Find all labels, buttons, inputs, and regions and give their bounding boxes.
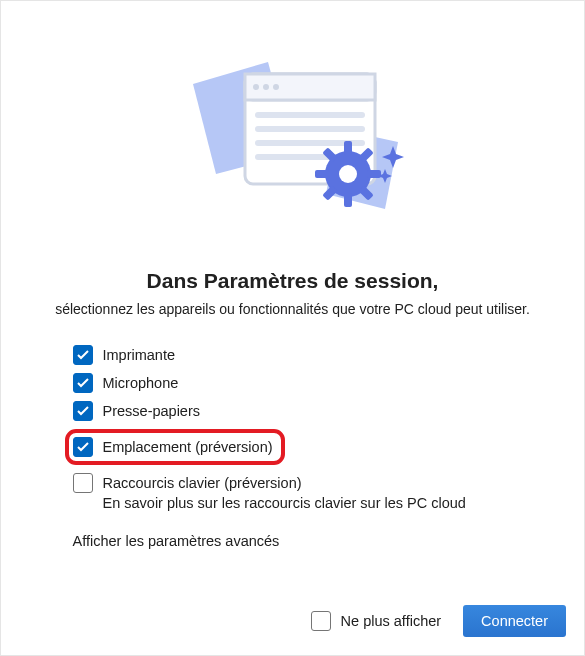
connect-button[interactable]: Connecter <box>463 605 566 637</box>
option-location: Emplacement (préversion) <box>73 429 513 465</box>
svg-rect-15 <box>315 170 329 178</box>
shortcuts-label: Raccourcis clavier (préversion) <box>103 473 466 493</box>
show-advanced-settings[interactable]: Afficher les paramètres avancés <box>73 533 513 549</box>
printer-checkbox[interactable] <box>73 345 93 365</box>
microphone-label: Microphone <box>103 373 179 393</box>
svg-rect-14 <box>344 193 352 207</box>
shortcuts-sublabel[interactable]: En savoir plus sur les raccourcis clavie… <box>103 495 466 511</box>
option-printer: Imprimante <box>73 345 513 365</box>
clipboard-checkbox[interactable] <box>73 401 93 421</box>
option-shortcuts: Raccourcis clavier (préversion) En savoi… <box>73 473 513 511</box>
svg-rect-8 <box>255 112 365 118</box>
page-subtitle: sélectionnez les appareils ou fonctionna… <box>55 301 530 317</box>
shortcuts-checkbox[interactable] <box>73 473 93 493</box>
dont-show-label: Ne plus afficher <box>341 613 441 629</box>
printer-label: Imprimante <box>103 345 176 365</box>
session-settings-illustration <box>11 21 574 251</box>
page-title: Dans Paramètres de session, <box>147 269 439 293</box>
option-clipboard: Presse-papiers <box>73 401 513 421</box>
svg-rect-16 <box>367 170 381 178</box>
svg-point-21 <box>339 165 357 183</box>
shortcuts-text-block: Raccourcis clavier (préversion) En savoi… <box>103 473 466 511</box>
location-label: Emplacement (préversion) <box>103 437 273 457</box>
svg-rect-9 <box>255 126 365 132</box>
options-list: Imprimante Microphone Presse-papiers Emp… <box>73 345 513 549</box>
location-highlight: Emplacement (préversion) <box>65 429 285 465</box>
dont-show-again: Ne plus afficher <box>311 611 441 631</box>
microphone-checkbox[interactable] <box>73 373 93 393</box>
clipboard-label: Presse-papiers <box>103 401 201 421</box>
dont-show-checkbox[interactable] <box>311 611 331 631</box>
svg-point-7 <box>273 84 279 90</box>
option-microphone: Microphone <box>73 373 513 393</box>
dialog-footer: Ne plus afficher Connecter <box>11 581 574 637</box>
svg-point-5 <box>253 84 259 90</box>
svg-rect-13 <box>344 141 352 155</box>
location-checkbox[interactable] <box>73 437 93 457</box>
svg-point-6 <box>263 84 269 90</box>
